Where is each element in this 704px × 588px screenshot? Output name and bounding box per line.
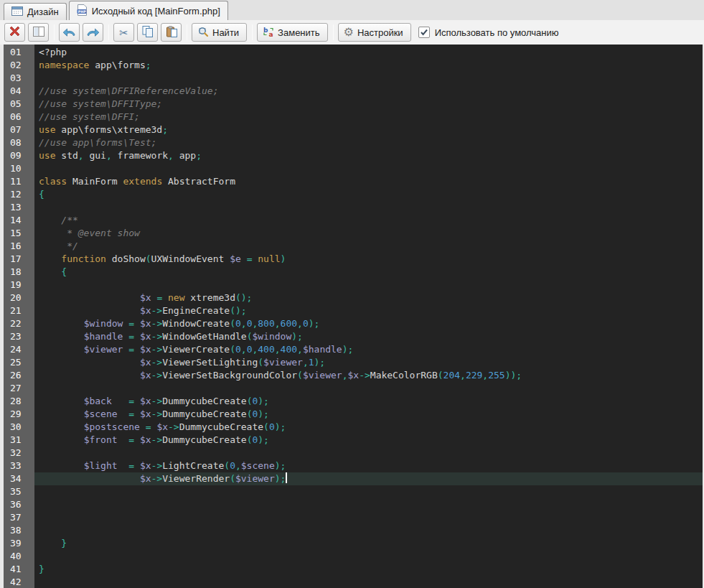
code-line[interactable]: $window = $x->WindowCreate(0,0,800,600,0…: [34, 317, 703, 330]
code-line[interactable]: {: [34, 266, 703, 279]
code-line[interactable]: $x->ViewerSetBackgroundColor($viewer,$x-…: [34, 369, 703, 382]
code-line[interactable]: $front = $x->DummycubeCreate(0);: [34, 434, 703, 447]
code-line[interactable]: }: [34, 537, 703, 550]
settings-button-label: Настройки: [357, 27, 403, 38]
line-number: 16: [4, 240, 34, 253]
line-number: 42: [4, 576, 34, 588]
settings-button[interactable]: ⚙ Настройки: [338, 23, 411, 42]
code-line[interactable]: [34, 550, 703, 563]
line-number: 01: [4, 46, 34, 59]
line-number: 08: [4, 136, 34, 149]
line-number: 32: [4, 447, 34, 459]
redo-icon: [86, 27, 100, 39]
code-line[interactable]: {: [34, 188, 703, 201]
code-line[interactable]: * @event show: [34, 227, 703, 240]
line-number: 40: [4, 550, 34, 563]
code-line[interactable]: $postscene = $x->DummycubeCreate(0);: [34, 421, 703, 434]
code-line[interactable]: $scene = $x->DummycubeCreate(0);: [34, 408, 703, 421]
line-number: 34: [4, 472, 34, 485]
code-line[interactable]: $x->ViewerSetLighting($viewer,1);: [34, 356, 703, 369]
line-number: 11: [4, 175, 34, 188]
code-line[interactable]: use app\forms\xtreme3d;: [34, 123, 703, 136]
code-line[interactable]: $handle = $x->WindowGetHandle($window);: [34, 330, 703, 343]
default-checkbox[interactable]: [418, 27, 430, 38]
line-number: 06: [4, 111, 34, 123]
line-number: 23: [4, 330, 34, 343]
code-line[interactable]: */: [34, 240, 703, 253]
code-line[interactable]: [34, 576, 703, 588]
tab-source-code-label: Исходный код [MainForm.php]: [92, 6, 220, 17]
code-line[interactable]: [34, 524, 703, 537]
code-area[interactable]: <?phpnamespace app\forms;//use system\DF…: [34, 45, 703, 588]
code-line[interactable]: [34, 201, 703, 214]
line-number: 17: [4, 253, 34, 266]
code-line[interactable]: [34, 72, 703, 85]
code-line[interactable]: [34, 498, 703, 511]
tab-source-code[interactable]: PHP Исходный код [MainForm.php]: [69, 1, 228, 20]
code-line[interactable]: //use app\forms\Test;: [34, 136, 703, 149]
line-number: 30: [4, 421, 34, 434]
undo-button[interactable]: [59, 23, 80, 42]
line-number: 33: [4, 459, 34, 472]
svg-text:a: a: [269, 31, 273, 37]
find-button[interactable]: Найти: [192, 23, 247, 42]
line-number: 25: [4, 356, 34, 369]
code-line[interactable]: [34, 485, 703, 498]
code-line[interactable]: $light = $x->LightCreate(0,$scene);: [34, 459, 703, 472]
code-line[interactable]: $viewer = $x->ViewerCreate(0,0,400,400,$…: [34, 343, 703, 356]
line-number: 19: [4, 279, 34, 291]
code-line[interactable]: //use system\DFFIReferenceValue;: [34, 85, 703, 98]
svg-text:b: b: [263, 26, 268, 33]
code-line[interactable]: $back = $x->DummycubeCreate(0);: [34, 395, 703, 408]
line-number: 04: [4, 85, 34, 98]
code-line[interactable]: namespace app\forms;: [34, 59, 703, 72]
code-line[interactable]: [34, 447, 703, 459]
cut-button[interactable]: ✂: [113, 23, 134, 42]
code-line[interactable]: [34, 279, 703, 291]
code-line[interactable]: [34, 382, 703, 395]
undo-icon: [62, 27, 76, 39]
code-line[interactable]: function doShow(UXWindowEvent $e = null): [34, 253, 703, 266]
line-number: 27: [4, 382, 34, 395]
code-line[interactable]: $x = new xtreme3d();: [34, 291, 703, 304]
toolbar-separator: [54, 24, 55, 40]
line-number: 38: [4, 524, 34, 537]
php-file-icon: PHP: [77, 4, 88, 18]
close-icon: [9, 26, 20, 39]
line-number: 22: [4, 317, 34, 330]
toolbar-separator: [333, 24, 334, 40]
toolbar-separator: [108, 24, 109, 40]
code-line[interactable]: $x->ViewerRender($viewer);: [34, 472, 703, 485]
replace-button[interactable]: ba Заменить: [257, 23, 327, 42]
copy-button[interactable]: [137, 23, 158, 42]
code-line[interactable]: //use system\DFFI;: [34, 111, 703, 123]
line-number: 29: [4, 408, 34, 421]
copy-icon: [142, 26, 154, 39]
line-number: 20: [4, 291, 34, 304]
line-number: 39: [4, 537, 34, 550]
find-button-label: Найти: [212, 27, 239, 38]
tab-bar: Дизайн PHP Исходный код [MainForm.php]: [0, 0, 704, 20]
code-line[interactable]: }: [34, 563, 703, 576]
code-line[interactable]: /**: [34, 214, 703, 227]
code-line[interactable]: $x->EngineCreate();: [34, 304, 703, 317]
redo-button[interactable]: [83, 23, 103, 42]
split-view-icon: [33, 27, 44, 39]
line-number: 28: [4, 395, 34, 408]
code-line[interactable]: [34, 511, 703, 524]
line-number: 41: [4, 563, 34, 576]
paste-icon: [166, 26, 177, 39]
check-icon: [420, 28, 428, 37]
line-number: 18: [4, 266, 34, 279]
svg-text:PHP: PHP: [78, 9, 87, 13]
code-line[interactable]: <?php: [34, 46, 703, 59]
tab-design[interactable]: Дизайн: [4, 3, 67, 20]
split-view-button[interactable]: [28, 23, 49, 42]
close-button[interactable]: [4, 23, 25, 42]
code-line[interactable]: [34, 162, 703, 175]
code-line[interactable]: use std, gui, framework, app;: [34, 149, 703, 162]
toolbar: ✂ Найти ba Заменить ⚙: [0, 20, 704, 45]
code-line[interactable]: class MainForm extends AbstractForm: [34, 175, 703, 188]
paste-button[interactable]: [161, 23, 182, 42]
code-line[interactable]: //use system\DFFIType;: [34, 98, 703, 111]
